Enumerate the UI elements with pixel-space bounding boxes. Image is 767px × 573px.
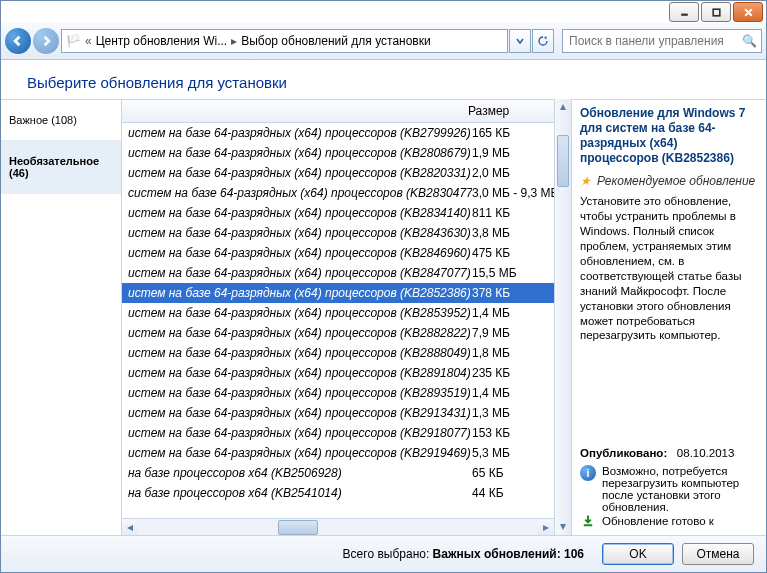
v-scroll-thumb[interactable]	[557, 135, 569, 187]
update-row[interactable]: истем на базе 64-разрядных (x64) процесс…	[122, 423, 554, 443]
summary-value: Важных обновлений: 106	[433, 547, 584, 561]
ready-message: Обновление готово к	[602, 515, 714, 527]
category-important[interactable]: Важное (108)	[1, 100, 121, 141]
update-size: 7,9 МБ	[472, 326, 554, 340]
update-row[interactable]: истем на базе 64-разрядных (x64) процесс…	[122, 383, 554, 403]
page-title: Выберите обновления для установки	[1, 60, 766, 99]
search-input[interactable]	[567, 33, 742, 49]
update-row[interactable]: истем на базе 64-разрядных (x64) процесс…	[122, 343, 554, 363]
titlebar	[1, 1, 766, 23]
star-icon: ★	[580, 174, 591, 188]
update-name: истем на базе 64-разрядных (x64) процесс…	[128, 146, 472, 160]
update-name: истем на базе 64-разрядных (x64) процесс…	[128, 346, 472, 360]
horizontal-scrollbar[interactable]: ◂ ▸	[122, 518, 554, 535]
category-optional[interactable]: Необязательное (46)	[1, 141, 121, 194]
update-name: истем на базе 64-разрядных (x64) процесс…	[128, 426, 472, 440]
update-size: 378 КБ	[472, 286, 554, 300]
svg-rect-1	[713, 9, 720, 16]
ok-button[interactable]: OK	[602, 543, 674, 565]
update-size: 15,5 МБ	[472, 266, 554, 280]
restart-message: Возможно, потребуется перезагрузить комп…	[602, 465, 758, 513]
download-icon	[580, 513, 596, 529]
body: Важное (108) Необязательное (46) Размер …	[1, 99, 766, 535]
update-row[interactable]: истем на базе 64-разрядных (x64) процесс…	[122, 163, 554, 183]
maximize-button[interactable]	[701, 2, 731, 22]
close-button[interactable]	[733, 2, 763, 22]
update-row[interactable]: истем на базе 64-разрядных (x64) процесс…	[122, 143, 554, 163]
update-row[interactable]: истем на базе 64-разрядных (x64) процесс…	[122, 323, 554, 343]
update-name: истем на базе 64-разрядных (x64) процесс…	[128, 286, 472, 300]
navigation-bar: 🏳️ « Центр обновления Wi... ▸ Выбор обно…	[1, 23, 766, 60]
nav-back-button[interactable]	[5, 28, 31, 54]
refresh-button[interactable]	[532, 29, 554, 53]
summary-label: Всего выбрано:	[343, 547, 430, 561]
update-size: 65 КБ	[472, 466, 554, 480]
footer-summary: Всего выбрано: Важных обновлений: 106	[343, 547, 584, 561]
h-scroll-track[interactable]	[138, 519, 538, 535]
category-panel: Важное (108) Необязательное (46)	[1, 99, 122, 535]
update-description: Установите это обновление, чтобы устрани…	[580, 194, 758, 441]
update-name: истем на базе 64-разрядных (x64) процесс…	[128, 326, 472, 340]
content-area: Выберите обновления для установки Важное…	[1, 60, 766, 535]
update-row[interactable]: истем на базе 64-разрядных (x64) процесс…	[122, 443, 554, 463]
update-row[interactable]: на базе процессоров x64 (KB2506928)65 КБ	[122, 463, 554, 483]
update-name: истем на базе 64-разрядных (x64) процесс…	[128, 226, 472, 240]
update-name: истем на базе 64-разрядных (x64) процесс…	[128, 126, 472, 140]
update-name: истем на базе 64-разрядных (x64) процесс…	[128, 446, 472, 460]
update-name: истем на базе 64-разрядных (x64) процесс…	[128, 246, 472, 260]
update-row[interactable]: на базе процессоров x64 (KB2541014)44 КБ	[122, 483, 554, 503]
minimize-button[interactable]	[669, 2, 699, 22]
update-row[interactable]: истем на базе 64-разрядных (x64) процесс…	[122, 203, 554, 223]
update-size: 2,0 МБ	[472, 166, 554, 180]
update-row[interactable]: истем на базе 64-разрядных (x64) процесс…	[122, 263, 554, 283]
published-date: 08.10.2013	[677, 447, 735, 459]
breadcrumb-2[interactable]: Выбор обновлений для установки	[241, 34, 431, 48]
windows-update-window: 🏳️ « Центр обновления Wi... ▸ Выбор обно…	[0, 0, 767, 573]
update-name: истем на базе 64-разрядных (x64) процесс…	[128, 166, 472, 180]
update-row[interactable]: истем на базе 64-разрядных (x64) процесс…	[122, 123, 554, 143]
update-size: 5,3 МБ	[472, 446, 554, 460]
update-size: 1,8 МБ	[472, 346, 554, 360]
update-name: систем на базе 64-разрядных (x64) процес…	[128, 186, 472, 200]
update-row[interactable]: систем на базе 64-разрядных (x64) процес…	[122, 183, 554, 203]
nav-forward-button[interactable]	[33, 28, 59, 54]
updates-list[interactable]: истем на базе 64-разрядных (x64) процесс…	[122, 123, 554, 518]
footer: Всего выбрано: Важных обновлений: 106 OK…	[1, 535, 766, 572]
restart-info: i Возможно, потребуется перезагрузить ко…	[580, 465, 758, 513]
address-bar[interactable]: 🏳️ « Центр обновления Wi... ▸ Выбор обно…	[61, 29, 508, 53]
info-icon: i	[580, 465, 596, 481]
update-size: 3,8 МБ	[472, 226, 554, 240]
update-row[interactable]: истем на базе 64-разрядных (x64) процесс…	[122, 223, 554, 243]
update-size: 235 КБ	[472, 366, 554, 380]
h-scroll-thumb[interactable]	[278, 520, 318, 535]
search-box[interactable]: 🔍	[562, 29, 762, 53]
breadcrumb-1[interactable]: Центр обновления Wi...	[96, 34, 227, 48]
details-panel: Обновление для Windows 7 для систем на б…	[571, 99, 766, 535]
update-row[interactable]: истем на базе 64-разрядных (x64) процесс…	[122, 243, 554, 263]
chevron-right-icon: ▸	[231, 34, 237, 48]
update-size: 811 КБ	[472, 206, 554, 220]
search-icon: 🔍	[742, 34, 757, 48]
update-row[interactable]: истем на базе 64-разрядных (x64) процесс…	[122, 363, 554, 383]
update-size: 3,0 МБ - 9,3 МБ	[472, 186, 554, 200]
column-headers: Размер	[122, 100, 554, 123]
update-row[interactable]: истем на базе 64-разрядных (x64) процесс…	[122, 283, 554, 303]
address-dropdown-button[interactable]	[509, 29, 531, 53]
update-size: 1,4 МБ	[472, 306, 554, 320]
update-name: на базе процессоров x64 (KB2506928)	[128, 466, 472, 480]
chevron-left-icon: «	[85, 34, 92, 48]
update-title: Обновление для Windows 7 для систем на б…	[580, 106, 758, 166]
updates-list-wrapper: истем на базе 64-разрядных (x64) процесс…	[122, 123, 554, 518]
column-size[interactable]: Размер	[468, 104, 554, 118]
update-name: истем на базе 64-разрядных (x64) процесс…	[128, 206, 472, 220]
cancel-button[interactable]: Отмена	[682, 543, 754, 565]
update-size: 1,9 МБ	[472, 146, 554, 160]
update-row[interactable]: истем на базе 64-разрядных (x64) процесс…	[122, 403, 554, 423]
update-name: истем на базе 64-разрядных (x64) процесс…	[128, 266, 472, 280]
updates-panel: Размер истем на базе 64-разрядных (x64) …	[122, 99, 554, 535]
update-row[interactable]: истем на базе 64-разрядных (x64) процесс…	[122, 303, 554, 323]
recommended-label: Рекомендуемое обновление	[597, 174, 755, 188]
vertical-scrollbar[interactable]: ▴ ▾	[554, 99, 571, 535]
update-size: 475 КБ	[472, 246, 554, 260]
recommended-row: ★ Рекомендуемое обновление	[580, 174, 758, 188]
